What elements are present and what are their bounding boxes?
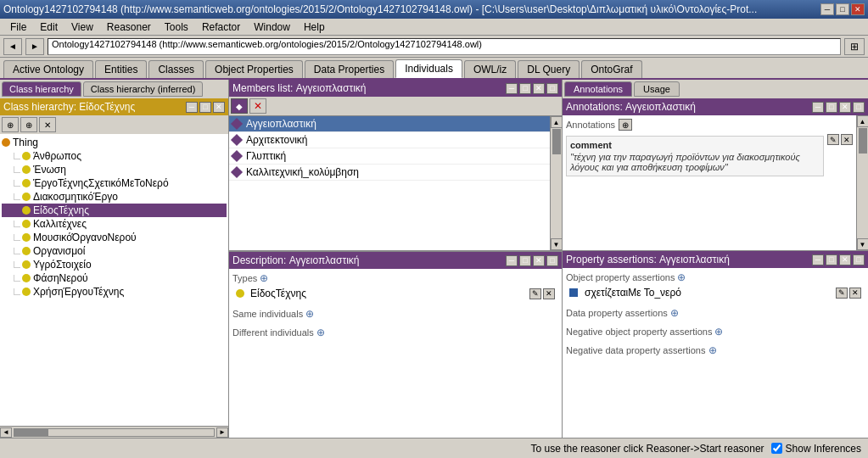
delete-member-button[interactable]: ✕ (249, 98, 266, 114)
scroll-up-btn[interactable]: ▲ (551, 116, 563, 128)
show-inferences-checkbox[interactable] (771, 443, 782, 454)
add-member-button[interactable]: ◆ (231, 98, 248, 114)
prop-delete-btn[interactable]: ✕ (849, 288, 861, 299)
annot-scroll-thumb[interactable] (859, 128, 867, 154)
annot-minimize[interactable]: ─ (812, 102, 824, 113)
tree-item-thing[interactable]: Thing (2, 136, 227, 149)
annotations-add-btn[interactable]: ⊕ (619, 119, 632, 131)
menu-tools[interactable]: Tools (158, 20, 195, 35)
menu-file[interactable]: File (3, 20, 33, 35)
members-minimize[interactable]: ─ (506, 83, 518, 94)
scroll-left-btn[interactable]: ◄ (0, 427, 12, 438)
tab-annotations[interactable]: Annotations (564, 81, 632, 97)
prop-maximize[interactable]: □ (826, 254, 837, 265)
annot-extra[interactable]: □ (853, 102, 865, 113)
scroll-track[interactable] (14, 428, 215, 437)
class-hierarchy-tree[interactable]: Thing Άνθρωπος Ένωση ΈργοΤέχνηςΣχετικόΜε… (0, 134, 228, 426)
scroll-thumb-v[interactable] (552, 129, 561, 154)
desc-maximize[interactable]: □ (519, 255, 531, 266)
member-kallitech[interactable]: Καλλιτεχνική_κολύμβηση (229, 165, 550, 181)
class-hierarchy-close[interactable]: ✕ (213, 102, 225, 113)
tab-object-properties[interactable]: Object Properties (205, 60, 303, 78)
tab-entities[interactable]: Entities (95, 60, 147, 78)
scroll-down-btn[interactable]: ▼ (551, 238, 563, 250)
data-prop-add-btn[interactable]: ⊕ (670, 307, 679, 319)
maximize-button[interactable]: □ (836, 3, 849, 15)
neg-obj-add-btn[interactable]: ⊕ (714, 326, 723, 338)
tab-active-ontology[interactable]: Active Ontology (3, 60, 93, 78)
annot-scroll-up[interactable]: ▲ (857, 115, 869, 127)
prop-edit-btn[interactable]: ✎ (836, 288, 848, 299)
annot-maximize[interactable]: □ (826, 102, 837, 113)
tree-item-xrisi[interactable]: ΧρήσηΈργουΤέχνης (2, 285, 227, 299)
prop-minimize[interactable]: ─ (812, 254, 824, 265)
tree-item-mousiko[interactable]: ΜουσικόΌργανοΝερού (2, 231, 227, 244)
tree-horizontal-scrollbar[interactable]: ◄ ► (0, 426, 228, 438)
tab-class-hierarchy[interactable]: Class hierarchy (2, 81, 81, 97)
tree-item-eidos[interactable]: ΕίδοςΤέχνης (2, 204, 227, 217)
close-button[interactable]: ✕ (851, 3, 865, 15)
address-input[interactable]: Ontology1427102794148 (http://www.semant… (48, 38, 841, 55)
tree-item-kallitexnes[interactable]: Καλλιτέχνες (2, 217, 227, 231)
tree-item-diak[interactable]: ΔιακοσμητικόΈργο (2, 190, 227, 204)
prop-extra[interactable]: □ (853, 254, 865, 265)
scroll-right-btn[interactable]: ► (216, 427, 228, 438)
class-hierarchy-maximize[interactable]: □ (199, 102, 211, 113)
tree-item-enosi[interactable]: Ένωση (2, 163, 227, 176)
show-inferences-area[interactable]: Show Inferences (771, 443, 861, 455)
members-list[interactable]: Αγγειοπλαστική Αρχιτεκτονική Γλυπτική Κα… (229, 116, 550, 250)
member-arxitektoniki[interactable]: Αρχιτεκτονική (229, 132, 550, 148)
tree-item-fasi[interactable]: ΦάσηΝερού (2, 271, 227, 285)
tree-item-ygro[interactable]: ΥγρόΣτοιχείο (2, 258, 227, 271)
tab-dl-query[interactable]: DL Query (518, 60, 580, 78)
annot-scroll-down[interactable]: ▼ (857, 238, 869, 250)
comment-delete-btn[interactable]: ✕ (841, 134, 853, 145)
members-extra[interactable]: □ (546, 83, 558, 94)
menu-help[interactable]: Help (297, 20, 332, 35)
scroll-track-v[interactable] (552, 128, 562, 238)
menu-refactor[interactable]: Refactor (195, 20, 247, 35)
tree-item-organismi[interactable]: Οργανισμοί (2, 244, 227, 258)
types-add-btn[interactable]: ⊕ (260, 272, 268, 284)
member-aggeio[interactable]: Αγγειοπλαστική (229, 116, 550, 132)
tab-data-properties[interactable]: Data Properties (305, 60, 394, 78)
members-scrollbar[interactable]: ▲ ▼ (550, 116, 562, 250)
member-glyptiki[interactable]: Γλυπτική (229, 148, 550, 165)
types-delete-btn[interactable]: ✕ (543, 288, 555, 299)
annot-close[interactable]: ✕ (839, 102, 851, 113)
annotations-scrollbar[interactable]: ▲ ▼ (856, 115, 868, 250)
annot-scroll-track[interactable] (858, 127, 868, 238)
neg-data-add-btn[interactable]: ⊕ (708, 344, 717, 356)
members-maximize[interactable]: □ (519, 83, 531, 94)
same-individuals-add-btn[interactable]: ⊕ (305, 308, 314, 320)
desc-minimize[interactable]: ─ (506, 255, 518, 266)
tab-ontograf[interactable]: OntoGraf (581, 60, 641, 78)
tree-item-anthropos[interactable]: Άνθρωπος (2, 149, 227, 163)
tree-item-ergo[interactable]: ΈργοΤέχνηςΣχετικόΜεΤοΝερό (2, 176, 227, 190)
search-button[interactable]: ⊞ (844, 38, 865, 55)
tab-class-hierarchy-inferred[interactable]: Class hierarchy (inferred) (83, 81, 203, 97)
obj-prop-add-btn[interactable]: ⊕ (677, 271, 686, 283)
menu-reasoner[interactable]: Reasoner (100, 20, 158, 35)
minimize-button[interactable]: ─ (820, 3, 834, 15)
types-edit-btn[interactable]: ✎ (529, 288, 541, 299)
different-individuals-add-btn[interactable]: ⊕ (316, 327, 325, 338)
delete-class-button[interactable]: ✕ (39, 117, 56, 132)
prop-close[interactable]: ✕ (839, 254, 851, 265)
comment-edit-btn[interactable]: ✎ (827, 134, 839, 145)
scroll-thumb[interactable] (14, 429, 48, 436)
desc-close[interactable]: ✕ (533, 255, 545, 266)
class-hierarchy-minimize[interactable]: ─ (186, 102, 198, 113)
desc-extra[interactable]: □ (546, 255, 558, 266)
forward-button[interactable]: ► (25, 38, 44, 55)
add-class-button[interactable]: ⊕ (2, 117, 19, 132)
menu-edit[interactable]: Edit (33, 20, 64, 35)
add-subclass-button[interactable]: ⊕ (20, 117, 37, 132)
menu-view[interactable]: View (64, 20, 100, 35)
tab-usage[interactable]: Usage (634, 81, 680, 97)
members-close[interactable]: ✕ (533, 83, 545, 94)
tab-individuals[interactable]: Individuals (395, 59, 462, 78)
menu-window[interactable]: Window (247, 20, 297, 35)
tab-owlviz[interactable]: OWL/iz (464, 60, 516, 78)
back-button[interactable]: ◄ (3, 38, 22, 55)
